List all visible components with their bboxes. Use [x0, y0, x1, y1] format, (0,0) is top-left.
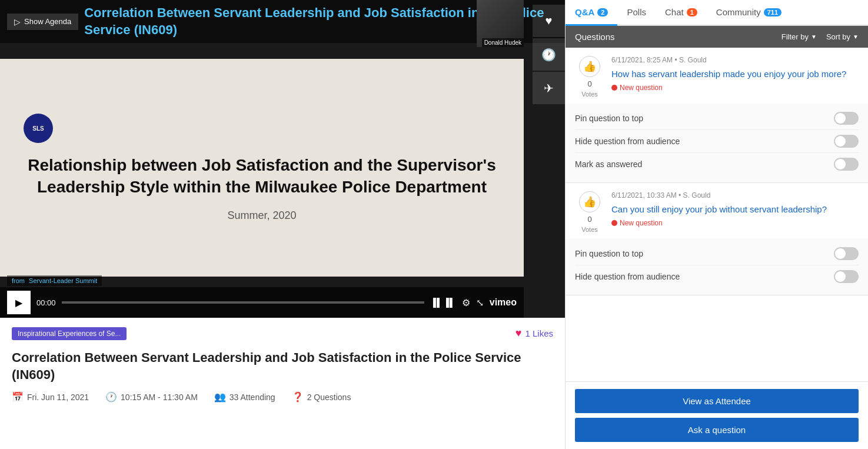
slide-content: SLS Relationship between Job Satisfactio…	[0, 59, 524, 277]
date-text: Fri. Jun 11, 2021	[27, 393, 89, 402]
left-panel: ▷ Show Agenda Correlation Between Servan…	[0, 0, 565, 449]
tab-qa[interactable]: Q&A 2	[566, 0, 617, 26]
action-row-hide-1: Hide question from audience	[575, 130, 859, 153]
vote-button-1[interactable]: 👍	[579, 56, 600, 77]
qa-header-title: Questions	[575, 32, 615, 42]
calendar-icon: 📅	[12, 391, 24, 403]
sort-button[interactable]: Sort by ▼	[826, 32, 859, 41]
likes-button[interactable]: ♥ 1 Likes	[516, 327, 553, 340]
toggle-hide-1[interactable]	[834, 135, 859, 148]
source-tag: from Servant-Leader Summit	[0, 273, 524, 288]
toggle-pin-2[interactable]	[834, 247, 859, 260]
new-badge-1: New question	[611, 84, 663, 92]
qa-header: Questions Filter by ▼ Sort by ▼	[566, 26, 868, 48]
filter-caret-icon: ▼	[811, 34, 817, 40]
question-icon: ❓	[292, 391, 304, 403]
new-badge-2: New question	[611, 219, 663, 227]
right-panel: Q&A 2 Polls Chat 1 Community 711 Questio…	[565, 0, 868, 449]
info-top-row: Inspirational Experiences of Se... ♥ 1 L…	[12, 327, 553, 347]
time-text: 10:15 AM - 11:30 AM	[121, 393, 198, 402]
action-label-pin-2: Pin question to top	[575, 249, 643, 258]
filter-button[interactable]: Filter by ▼	[781, 32, 817, 41]
expand-icon[interactable]: ⤡	[476, 297, 484, 308]
meta-row: 📅 Fri. Jun 11, 2021 🕐 10:15 AM - 11:30 A…	[12, 391, 553, 403]
vote-count-2: 0	[587, 215, 591, 224]
question-card-2: 👍 0 Votes 6/11/2021, 10:33 AM • S. Gould…	[566, 183, 868, 295]
vc-icons: ▐▌▐▌ ⚙ ⤡ vimeo	[430, 297, 517, 308]
send-button[interactable]: ✈	[533, 72, 565, 104]
info-area: Inspirational Experiences of Se... ♥ 1 L…	[0, 318, 565, 449]
question-body-1: 6/11/2021, 8:25 AM • S. Gould How has se…	[611, 56, 859, 93]
slide-heading: Relationship between Job Satisfaction an…	[24, 155, 500, 198]
thumbsup-icon-1: 👍	[583, 60, 596, 73]
ask-question-button[interactable]: Ask a question	[575, 418, 859, 442]
vote-count-1: 0	[587, 79, 591, 88]
toggle-pin-1[interactable]	[834, 112, 859, 125]
meta-attending: 👥 33 Attending	[214, 391, 275, 403]
action-row-pin-1: Pin question to top	[575, 107, 859, 130]
side-controls: ♥ 🕐 ✈	[533, 5, 565, 104]
question-main-1: 👍 0 Votes 6/11/2021, 8:25 AM • S. Gould …	[566, 48, 868, 104]
question-text-1[interactable]: How has servant leadership made you enjo…	[611, 68, 859, 80]
tab-chat[interactable]: Chat 1	[656, 0, 707, 26]
sort-label: Sort by	[826, 32, 850, 41]
action-label-mark-1: Mark as answered	[575, 159, 642, 169]
source-link: from Servant-Leader Summit	[7, 275, 102, 286]
video-controls: ▶ 00:00 ▐▌▐▌ ⚙ ⤡ vimeo	[0, 287, 524, 318]
heart-filled-icon: ♥	[516, 327, 522, 340]
presenter-name: Donald Hudek	[482, 38, 524, 47]
controls-row: ▶ 00:00 ▐▌▐▌ ⚙ ⤡ vimeo	[7, 291, 517, 314]
play-button[interactable]: ▶	[7, 291, 31, 314]
send-icon: ✈	[544, 81, 554, 95]
tab-community-label: Community	[716, 7, 761, 17]
slide-subheading: Summer, 2020	[24, 209, 500, 222]
action-label-hide-2: Hide question from audience	[575, 272, 680, 281]
category-badge[interactable]: Inspirational Experiences of Se...	[12, 327, 127, 340]
vote-section-1: 👍 0 Votes	[575, 56, 604, 98]
new-dot-2	[611, 220, 617, 226]
progress-bar[interactable]	[62, 301, 425, 304]
bottom-buttons: View as Attendee Ask a question	[566, 381, 868, 449]
bars-icon: ▐▌▐▌	[430, 298, 456, 307]
gear-icon[interactable]: ⚙	[462, 297, 470, 308]
filter-label: Filter by	[781, 32, 809, 41]
clock-button[interactable]: 🕐	[533, 38, 565, 71]
heart-button[interactable]: ♥	[533, 5, 565, 37]
show-agenda-label: Show Agenda	[24, 17, 71, 26]
agenda-icon: ▷	[14, 17, 21, 26]
video-container: ▷ Show Agenda Correlation Between Servan…	[0, 0, 565, 318]
vote-section-2: 👍 0 Votes	[575, 191, 604, 233]
question-actions-1: Pin question to top Hide question from a…	[566, 104, 868, 182]
question-card-1: 👍 0 Votes 6/11/2021, 8:25 AM • S. Gould …	[566, 48, 868, 183]
toggle-mark-1[interactable]	[834, 158, 859, 171]
show-agenda-button[interactable]: ▷ Show Agenda	[7, 14, 78, 30]
questions-text: 2 Questions	[307, 393, 351, 402]
action-row-mark-1: Mark as answered	[575, 153, 859, 175]
vote-label-1: Votes	[581, 91, 598, 98]
source-link-text: Servant-Leader Summit	[29, 277, 97, 284]
qa-header-actions: Filter by ▼ Sort by ▼	[781, 32, 859, 41]
meta-date: 📅 Fri. Jun 11, 2021	[12, 391, 89, 403]
meta-time: 🕐 10:15 AM - 11:30 AM	[105, 391, 198, 403]
new-text-1: New question	[620, 84, 663, 92]
question-body-2: 6/11/2021, 10:33 AM • S. Gould Can you s…	[611, 191, 859, 228]
thumbsup-icon-2: 👍	[583, 195, 596, 208]
questions-list: 👍 0 Votes 6/11/2021, 8:25 AM • S. Gould …	[566, 48, 868, 381]
tab-community-badge: 711	[764, 8, 781, 16]
question-text-2[interactable]: Can you still enjoy your job without ser…	[611, 203, 859, 215]
question-actions-2: Pin question to top Hide question from a…	[566, 239, 868, 295]
view-attendee-button[interactable]: View as Attendee	[575, 389, 859, 413]
action-label-pin-1: Pin question to top	[575, 114, 643, 123]
new-dot-1	[611, 85, 617, 91]
session-title: Correlation Between Servant Leadership a…	[12, 350, 553, 383]
tab-polls[interactable]: Polls	[617, 0, 656, 26]
video-title-text: Correlation Between Servant Leadership a…	[84, 5, 544, 37]
tab-chat-badge: 1	[687, 8, 697, 16]
tab-qa-label: Q&A	[575, 7, 594, 17]
toggle-hide-2[interactable]	[834, 270, 859, 283]
heart-icon: ♥	[546, 14, 553, 28]
question-meta-1: 6/11/2021, 8:25 AM • S. Gould	[611, 56, 859, 64]
tab-community[interactable]: Community 711	[707, 0, 791, 26]
vote-button-2[interactable]: 👍	[579, 191, 600, 212]
vimeo-logo: vimeo	[490, 297, 517, 308]
